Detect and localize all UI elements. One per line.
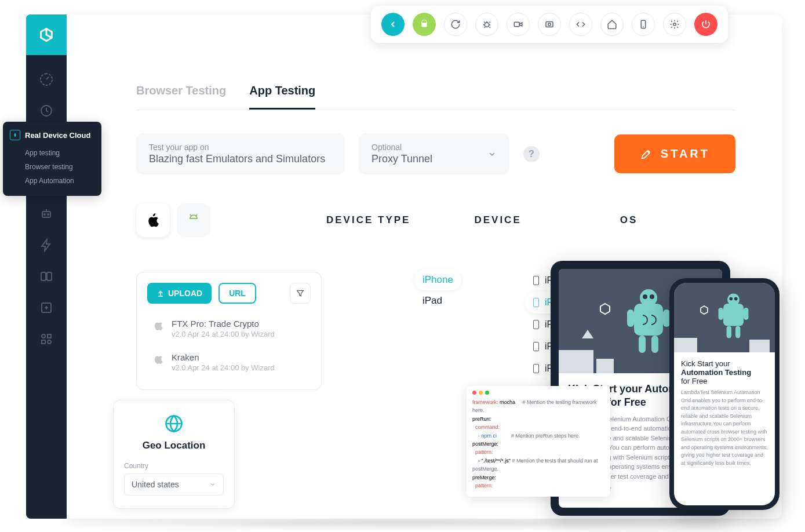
device-type-iphone[interactable]: iPhone [414,269,461,290]
start-button[interactable]: START [614,134,735,173]
svg-rect-14 [546,22,553,27]
robot-icon[interactable] [39,207,53,221]
device-type-list: iPhone iPad [414,269,461,402]
proxy-value: Proxy Tunnel [371,153,432,165]
svg-rect-4 [41,272,46,280]
phone-hero-image [674,283,775,352]
window-controls [472,391,604,395]
svg-rect-41 [744,308,748,320]
svg-point-27 [643,294,647,299]
app-meta: v2.0 Apr 24 at 24:00 by Wizard [172,330,275,338]
svg-rect-23 [596,359,614,373]
upload-button[interactable]: UPLOAD [147,283,212,304]
upload-panel: UPLOAD URL FTX Pro: Trade Crypto v2.0 Ap… [136,272,322,390]
back-button[interactable] [381,13,405,36]
svg-rect-34 [674,338,697,352]
apple-os-button[interactable] [136,203,170,237]
app-item[interactable]: FTX Pro: Trade Crypto v2.0 Apr 24 at 24:… [147,312,311,345]
geo-country-select[interactable]: United states [124,473,224,495]
device-cloud-icon [10,130,20,140]
geo-location-panel: Geo Location Country United states [113,400,235,509]
chevron-down-icon [487,150,497,159]
plus-icon[interactable] [39,301,53,315]
svg-point-39 [734,297,738,301]
app-name: Kraken [172,352,275,362]
svg-rect-35 [749,340,770,352]
svg-point-18 [191,217,192,218]
app-item[interactable]: Kraken v2.0 Apr 24 at 24:00 by Wizard [147,345,311,379]
os-toggle [136,203,210,237]
apple-icon [152,352,165,365]
phone-icon [533,298,539,307]
svg-rect-11 [422,23,427,27]
popup-title: Real Device Cloud [10,130,91,140]
popup-item-app-testing[interactable]: App testing [10,146,91,160]
filter-icon [296,289,305,298]
device-type-ipad[interactable]: iPad [414,290,461,311]
history-icon[interactable] [39,104,53,118]
phone-body-text: LambdaTest Selenium Automation Grid enab… [681,389,768,467]
geo-country-label: Country [124,462,224,470]
apps-icon[interactable] [39,332,53,346]
logo[interactable] [26,14,67,55]
phone-icon [533,342,539,351]
svg-rect-9 [42,340,45,344]
svg-rect-32 [651,336,658,353]
code-panel: framework: mocha # Mention the testing f… [467,386,610,497]
svg-point-19 [195,217,196,218]
video-icon[interactable] [507,13,530,36]
compare-icon[interactable] [39,269,53,283]
svg-point-7 [42,334,45,338]
upload-label: UPLOAD [168,289,202,298]
android-os-button[interactable] [177,203,210,237]
proxy-tunnel-select[interactable]: Optional Proxy Tunnel [359,133,509,174]
svg-point-28 [650,294,654,299]
test-target-label: Test your app on [149,143,332,152]
popup-item-browser-testing[interactable]: Browser testing [10,160,91,174]
svg-rect-40 [719,308,723,320]
settings-icon[interactable] [663,13,686,36]
home-icon[interactable] [600,13,624,36]
svg-point-38 [730,297,733,301]
svg-point-17 [673,23,676,26]
geo-country-value: United states [132,480,179,489]
bug-icon[interactable] [475,13,498,36]
phone-icon [533,276,539,285]
tab-app-testing[interactable]: App Testing [249,84,315,110]
test-target-value: Blazing fast Emulators and Simulators [149,153,332,165]
geo-title: Geo Location [124,440,224,451]
svg-rect-25 [634,304,663,336]
col-device-type: DEVICE TYPE [326,214,410,226]
start-label: START [661,147,710,161]
svg-rect-22 [559,350,593,373]
rocket-icon [640,148,653,161]
svg-rect-13 [514,22,519,27]
help-icon[interactable]: ? [523,146,540,162]
apple-icon [152,319,165,331]
popup-item-app-automation[interactable]: App Automation [10,174,91,188]
svg-point-12 [485,23,489,27]
phone-preview: Kick Start yourAutomation Testingfor Fre… [669,278,779,510]
svg-rect-8 [48,334,51,338]
url-button[interactable]: URL [218,283,256,304]
app-meta: v2.0 Apr 24 at 24:00 by Wizard [172,363,275,372]
android-button[interactable] [413,13,436,36]
chevron-down-icon [209,481,216,488]
svg-point-3 [48,214,49,215]
svg-rect-36 [723,304,744,326]
svg-point-26 [640,289,657,307]
power-button[interactable] [694,13,717,36]
bolt-icon[interactable] [39,238,53,252]
sync-icon[interactable] [444,13,467,36]
tab-browser-testing[interactable]: Browser Testing [136,84,226,110]
popup-title-text: Real Device Cloud [25,131,90,140]
dashboard-icon[interactable] [39,72,53,86]
code-icon[interactable] [569,13,592,36]
svg-point-2 [44,214,45,215]
screenshot-icon[interactable] [538,13,561,36]
phone-icon [533,364,539,373]
device-icon[interactable] [632,13,655,36]
globe-icon [163,413,184,434]
filter-button[interactable] [290,283,311,304]
tabs: Browser Testing App Testing [136,84,735,110]
